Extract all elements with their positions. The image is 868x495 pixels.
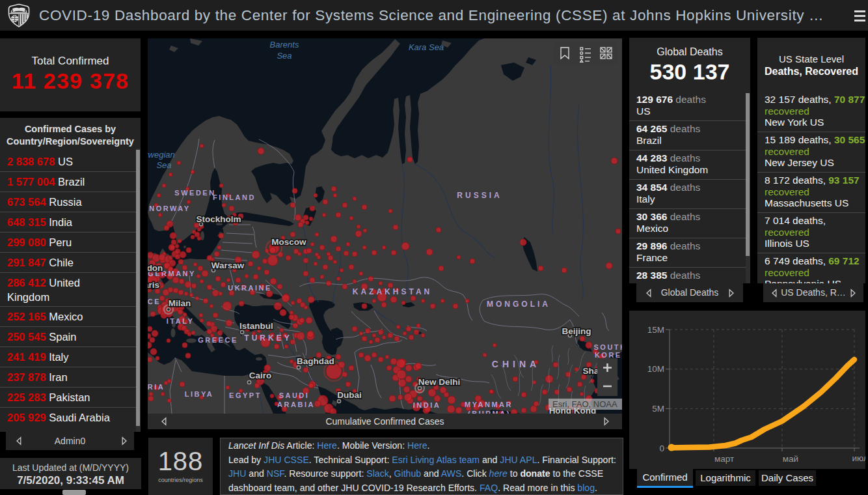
svg-text:июл: июл bbox=[852, 453, 865, 463]
svg-text:Cairo: Cairo bbox=[249, 371, 272, 380]
svg-text:Esri, FAO, NOAA: Esri, FAO, NOAA bbox=[552, 399, 617, 409]
svg-text:GREECE: GREECE bbox=[198, 336, 237, 344]
svg-text:Istanbul: Istanbul bbox=[239, 321, 273, 331]
svg-text:Beijing: Beijing bbox=[562, 326, 591, 336]
svg-text:rwegian: rwegian bbox=[148, 150, 175, 160]
svg-text:10M: 10M bbox=[647, 364, 664, 374]
svg-text:SWEDEN: SWEDEN bbox=[174, 189, 215, 197]
svg-text:ITALY: ITALY bbox=[167, 317, 194, 325]
svg-text:SOUTH: SOUTH bbox=[594, 343, 623, 351]
svg-text:don: don bbox=[148, 263, 163, 273]
svg-text:март: март bbox=[714, 454, 734, 464]
svg-text:CE: CE bbox=[148, 298, 161, 305]
svg-text:KAZAKHSTAN: KAZAKHSTAN bbox=[353, 287, 432, 296]
svg-text:RIA: RIA bbox=[148, 383, 165, 391]
svg-text:ARABIA: ARABIA bbox=[277, 401, 315, 408]
svg-text:LIBYA: LIBYA bbox=[185, 390, 214, 398]
svg-text:TURKEY: TURKEY bbox=[244, 333, 292, 343]
svg-text:RUSSIA: RUSSIA bbox=[457, 191, 502, 200]
svg-text:Milan: Milan bbox=[169, 298, 191, 308]
svg-text:MYANMAR: MYANMAR bbox=[465, 401, 513, 408]
svg-text:UKRAINE: UKRAINE bbox=[228, 284, 272, 292]
svg-text:Kara Sea: Kara Sea bbox=[409, 42, 444, 52]
svg-text:Stockholm: Stockholm bbox=[196, 214, 241, 224]
svg-text:5M: 5M bbox=[652, 404, 664, 414]
svg-text:0: 0 bbox=[659, 444, 664, 453]
svg-text:Warsaw: Warsaw bbox=[211, 261, 245, 270]
svg-text:New Delhi: New Delhi bbox=[418, 377, 461, 387]
svg-text:CHINA: CHINA bbox=[492, 359, 540, 369]
svg-text:NORWAY: NORWAY bbox=[149, 205, 190, 212]
svg-text:Sea: Sea bbox=[277, 51, 292, 61]
svg-text:Dubai: Dubai bbox=[337, 390, 362, 400]
svg-text:KOREA: KOREA bbox=[595, 351, 622, 359]
svg-text:Sha: Sha bbox=[583, 366, 599, 376]
svg-text:май: май bbox=[783, 454, 798, 464]
svg-text:MONGOLIA: MONGOLIA bbox=[487, 300, 550, 309]
svg-text:SAUDI: SAUDI bbox=[279, 391, 310, 399]
svg-text:15M: 15M bbox=[647, 325, 664, 335]
svg-text:aris: aris bbox=[148, 280, 159, 290]
svg-text:Sea: Sea bbox=[156, 160, 171, 170]
svg-text:FINLAND: FINLAND bbox=[213, 193, 256, 201]
svg-text:Baghdad: Baghdad bbox=[297, 356, 334, 366]
svg-text:Barents: Barents bbox=[270, 40, 299, 50]
svg-text:EGYPT: EGYPT bbox=[229, 391, 262, 399]
svg-text:Moscow: Moscow bbox=[271, 237, 306, 247]
svg-text:INDIA: INDIA bbox=[413, 401, 441, 409]
